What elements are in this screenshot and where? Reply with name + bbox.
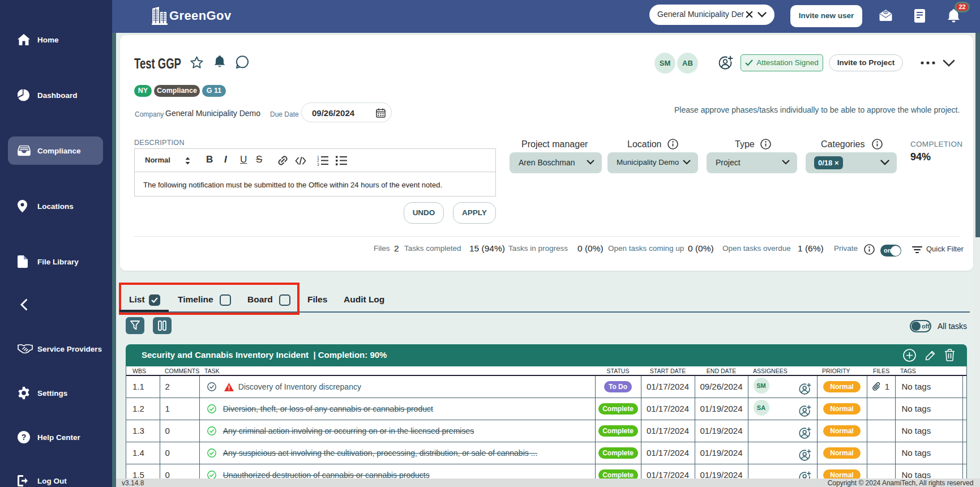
svg-text:3: 3 xyxy=(317,163,319,166)
svg-text:?: ? xyxy=(22,433,27,442)
